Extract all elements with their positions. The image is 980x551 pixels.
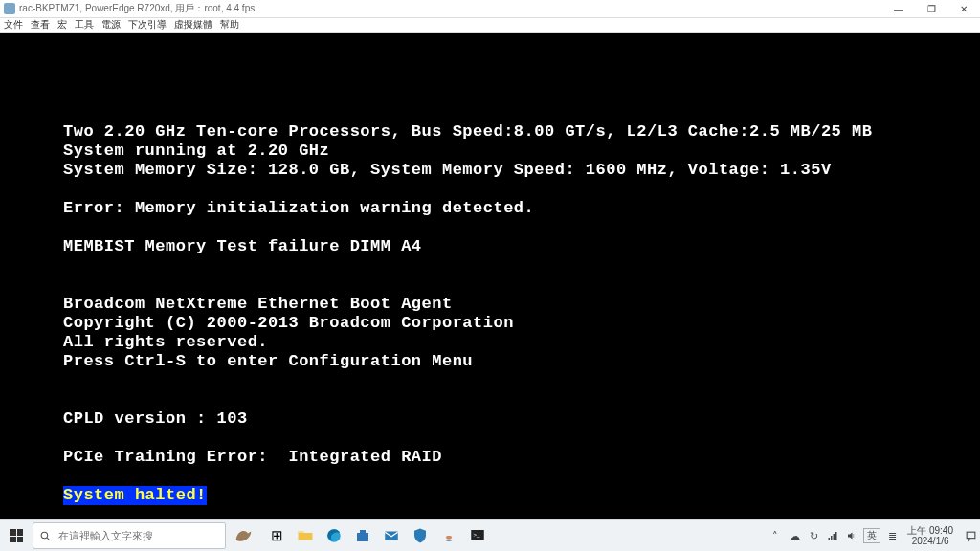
cortana-icon[interactable]	[232, 523, 256, 548]
tray-network-icon[interactable]	[823, 530, 842, 541]
post-line: Copyright (C) 2000-2013 Broadcom Corpora…	[63, 314, 514, 332]
svg-rect-8	[967, 532, 975, 539]
ime-language[interactable]: 英	[863, 528, 880, 543]
remote-console[interactable]: Two 2.20 GHz Ten-core Processors, Bus Sp…	[0, 33, 980, 520]
taskbar: ⊞ >_ ˄ ☁ ↻ 英 ≣ 上午 09:40 2024/1/6	[0, 519, 980, 551]
taskbar-pinned: ⊞ >_	[262, 520, 492, 551]
action-center-icon[interactable]	[961, 530, 980, 542]
start-button[interactable]	[0, 520, 33, 551]
tray-clock[interactable]: 上午 09:40 2024/1/6	[907, 525, 953, 546]
windows-logo-icon	[10, 529, 23, 542]
post-line: PCIe Training Error: Integrated RAID	[63, 448, 442, 466]
svg-point-0	[41, 532, 48, 539]
post-line: Error: Memory initialization warning det…	[63, 199, 534, 217]
svg-line-1	[47, 538, 50, 540]
close-button[interactable]: ✕	[947, 0, 980, 17]
post-line: Two 2.20 GHz Ten-core Processors, Bus Sp…	[63, 122, 872, 141]
viewer-titlebar: rac-BKPTMZ1, PowerEdge R720xd, 用戶：root, …	[0, 0, 980, 18]
post-line: Press Ctrl-S to enter Configuration Menu	[63, 352, 473, 370]
menu-power[interactable]: 電源	[101, 18, 121, 32]
menu-vmedia[interactable]: 虛擬媒體	[174, 18, 212, 32]
restore-button[interactable]: ❐	[915, 0, 947, 17]
window-buttons: — ❐ ✕	[882, 0, 980, 17]
post-line: All rights reserved.	[63, 333, 268, 351]
terminal-icon[interactable]: >_	[463, 520, 492, 551]
menu-file[interactable]: 文件	[4, 18, 23, 32]
menu-tools[interactable]: 工具	[75, 18, 94, 32]
viewer-menubar: 文件 查看 宏 工具 電源 下次引導 虛擬媒體 幫助	[0, 18, 980, 33]
taskbar-search[interactable]	[33, 522, 226, 549]
file-explorer-icon[interactable]	[291, 520, 320, 551]
menu-macro[interactable]: 宏	[57, 18, 67, 32]
tray-onedrive-icon[interactable]: ☁	[785, 530, 804, 542]
system-tray: ˄ ☁ ↻ 英 ≣ 上午 09:40 2024/1/6	[766, 525, 980, 546]
tray-volume-icon[interactable]	[842, 530, 861, 541]
tray-date: 2024/1/6	[907, 536, 953, 546]
window-title: rac-BKPTMZ1, PowerEdge R720xd, 用戶：root, …	[19, 2, 882, 15]
edge-icon[interactable]	[320, 520, 348, 551]
mail-icon[interactable]	[377, 520, 406, 551]
system-halted-banner: System halted!	[63, 486, 207, 505]
task-view-button[interactable]: ⊞	[262, 520, 291, 551]
java-icon[interactable]	[434, 520, 463, 551]
svg-rect-3	[357, 533, 368, 541]
ime-mode-icon[interactable]: ≣	[882, 530, 902, 542]
store-icon[interactable]	[348, 520, 377, 551]
menu-help[interactable]: 幫助	[220, 18, 239, 32]
post-line: System Memory Size: 128.0 GB, System Mem…	[63, 161, 832, 179]
menu-nextboot[interactable]: 下次引導	[128, 18, 167, 32]
menu-view[interactable]: 查看	[31, 18, 50, 32]
security-icon[interactable]	[406, 520, 434, 551]
search-icon	[33, 530, 56, 542]
minimize-button[interactable]: —	[882, 0, 915, 17]
tray-chevron-icon[interactable]: ˄	[766, 530, 785, 542]
post-line: System running at 2.20 GHz	[63, 142, 329, 160]
post-line: CPLD version : 103	[63, 409, 248, 428]
app-icon	[4, 3, 15, 14]
post-line: Broadcom NetXtreme Ethernet Boot Agent	[63, 295, 453, 313]
tray-time: 上午 09:40	[907, 525, 953, 536]
search-input[interactable]	[56, 529, 225, 542]
svg-text:>_: >_	[474, 532, 481, 538]
tray-sync-icon[interactable]: ↻	[804, 530, 823, 542]
svg-rect-4	[360, 530, 366, 533]
post-output: Two 2.20 GHz Ten-core Processors, Bus Sp…	[63, 103, 942, 524]
post-line: MEMBIST Memory Test failure DIMM A4	[63, 237, 422, 255]
